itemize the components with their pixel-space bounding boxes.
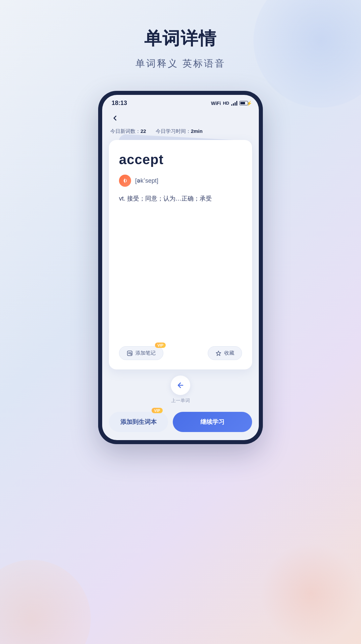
status-time: 18:13 (112, 100, 127, 107)
bg-decoration-bottom-left (0, 560, 91, 644)
phone-screen: 18:13 WiFi HD ⚡ (102, 95, 259, 440)
add-vocabulary-button[interactable]: VIP 添加到生词本 (109, 412, 168, 432)
sound-button[interactable] (119, 175, 131, 187)
card-area: accept [əkˈsept] vt. 接受；同意；认为…正确；承受 (102, 140, 259, 369)
continue-button[interactable]: 继续学习 (173, 412, 252, 432)
study-time-value: 2min (191, 128, 203, 134)
add-note-button[interactable]: 添加笔记 VIP (119, 346, 163, 360)
study-time-stat: 今日学习时间：2min (156, 128, 203, 135)
word-english: accept (119, 152, 242, 167)
bottom-buttons: VIP 添加到生词本 继续学习 (102, 408, 259, 440)
battery-icon: ⚡ (239, 101, 249, 105)
back-button[interactable] (109, 112, 121, 124)
phonetic-row: [əkˈsept] (119, 175, 242, 187)
page-title: 单词详情 (0, 27, 361, 50)
wifi-icon: WiFi (211, 101, 221, 106)
phonetic-text: [əkˈsept] (135, 177, 158, 184)
phone-mockup: 18:13 WiFi HD ⚡ (98, 91, 263, 444)
page-subtitle: 单词释义 英标语音 (0, 57, 361, 70)
status-icons: WiFi HD ⚡ (211, 101, 249, 106)
word-card: accept [əkˈsept] vt. 接受；同意；认为…正确；承受 (109, 140, 252, 369)
prev-word-label: 上一单词 (171, 398, 190, 404)
continue-label: 继续学习 (200, 419, 225, 425)
word-definition: vt. 接受；同意；认为…正确；承受 (119, 193, 242, 204)
page-header: 单词详情 单词释义 英标语音 (0, 0, 361, 70)
collect-label: 收藏 (224, 350, 234, 356)
back-button-row (102, 109, 259, 126)
bg-decoration-bottom-right (260, 543, 361, 644)
note-vip-badge: VIP (155, 343, 166, 348)
prev-word-button[interactable] (171, 375, 190, 395)
new-words-value: 22 (141, 128, 146, 134)
add-vocabulary-label: 添加到生词本 (120, 419, 157, 425)
collect-button[interactable]: 收藏 (208, 346, 242, 360)
new-words-stat: 今日新词数：22 (110, 128, 146, 135)
nav-area: 上一单词 (102, 369, 259, 408)
battery-bolt-icon: ⚡ (246, 101, 252, 106)
card-footer: 添加笔记 VIP 收藏 (119, 339, 242, 360)
new-words-label: 今日新词数： (110, 128, 141, 134)
status-bar: 18:13 WiFi HD ⚡ (102, 95, 259, 109)
signal-icon (231, 101, 237, 106)
vocabulary-vip-badge: VIP (152, 408, 163, 413)
hd-label: HD (223, 101, 229, 106)
study-time-label: 今日学习时间： (156, 128, 191, 134)
add-note-label: 添加笔记 (135, 350, 156, 356)
